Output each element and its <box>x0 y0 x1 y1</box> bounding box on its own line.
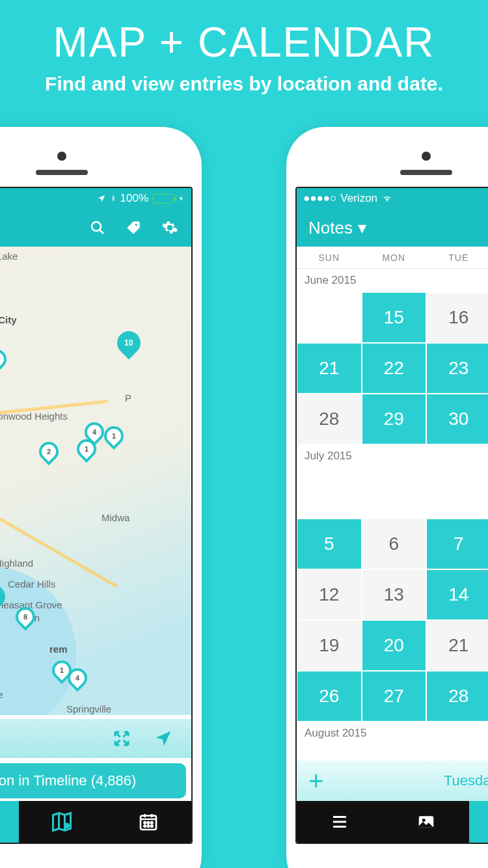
svg-point-6 <box>151 822 153 824</box>
month-label: August 2015 <box>297 722 488 745</box>
svg-point-8 <box>147 825 149 827</box>
map-pin[interactable]: 4 <box>0 346 10 373</box>
weekday-label: SUN <box>297 252 362 263</box>
calendar-day[interactable]: 14 <box>426 569 488 620</box>
tab-add[interactable] <box>0 801 19 843</box>
carrier-label: Verizon <box>340 192 377 205</box>
calendar-day[interactable]: 21 <box>297 343 362 394</box>
gear-icon[interactable] <box>161 219 178 236</box>
weekday-label: MON <box>362 252 427 263</box>
map-controls-bar <box>0 719 191 758</box>
map-place-label: North Salt Lake <box>0 251 18 262</box>
calendar-day[interactable]: 21 <box>426 620 488 671</box>
phone-mockup-calendar: ●●●●○ Verizon 12:05 PM Notes ▾ SUNMONTUE… <box>286 127 488 868</box>
status-bar: ●●●●○ Verizon 12:05 PM <box>297 188 488 209</box>
map-place-label: Midwa <box>102 512 129 523</box>
calendar-day <box>362 468 427 519</box>
svg-point-7 <box>144 825 146 827</box>
calendar-footer: + Tuesday, Jan. 2 <box>297 761 488 801</box>
map-place-label: Utah Lake <box>0 689 3 700</box>
calendar-day[interactable]: 7 <box>426 519 488 569</box>
weekday-header: SUNMONTUEWED <box>297 247 488 269</box>
status-bar: 2:48 PM 100% <box>0 188 191 209</box>
tab-list[interactable] <box>297 801 383 843</box>
nav-bar <box>0 209 191 247</box>
calendar-day[interactable]: 12 <box>297 569 362 620</box>
calendar-scroll[interactable]: June 201515161721222324282930July 201515… <box>297 269 488 763</box>
map-place-label: Springville <box>66 703 111 714</box>
chevron-down-icon: ▾ <box>358 218 366 238</box>
weekday-label: TUE <box>426 252 488 263</box>
calendar-day[interactable]: 28 <box>297 394 362 444</box>
timeline-button-label: gion in Timeline (4,886) <box>0 772 136 789</box>
battery-icon <box>152 194 174 204</box>
tab-bar <box>297 801 488 843</box>
bluetooth-icon <box>110 193 116 204</box>
journal-name: Notes <box>308 218 353 238</box>
map-place-label: Cedar Hills <box>8 578 55 590</box>
svg-point-1 <box>135 224 137 226</box>
map-place-label: ttonwood Heights <box>0 411 68 422</box>
locate-icon[interactable] <box>154 729 173 748</box>
calendar-day[interactable]: 22 <box>362 343 427 394</box>
calendar-day[interactable]: 29 <box>362 394 427 444</box>
calendar-day <box>426 468 488 519</box>
add-entry-button[interactable]: + <box>308 766 323 796</box>
calendar-day[interactable]: 27 <box>362 671 427 722</box>
svg-point-4 <box>144 822 146 824</box>
month-label: July 2015 <box>297 444 488 468</box>
journal-selector[interactable]: Notes ▾ <box>297 209 488 247</box>
map-place-label: Highland <box>0 558 33 569</box>
search-icon[interactable] <box>90 220 105 236</box>
map-place-label: rem <box>49 644 68 655</box>
location-arrow-icon <box>97 194 106 203</box>
svg-point-2 <box>65 824 69 828</box>
calendar-day[interactable]: 15 <box>362 292 427 343</box>
calendar-day[interactable]: 19 <box>297 620 362 671</box>
svg-point-9 <box>151 825 153 827</box>
charging-icon <box>178 193 185 204</box>
map-pin[interactable]: 2 <box>35 438 62 465</box>
tab-calendar[interactable] <box>105 801 191 843</box>
svg-point-5 <box>147 822 149 824</box>
view-region-timeline-button[interactable]: gion in Timeline (4,886) <box>0 763 186 798</box>
calendar-day[interactable]: 26 <box>297 671 362 722</box>
calendar-day[interactable]: 16 <box>426 292 488 343</box>
calendar-day[interactable]: 5 <box>297 519 362 569</box>
battery-percent: 100% <box>120 192 148 205</box>
wifi-icon <box>381 194 393 203</box>
screen-map: 2:48 PM 100% North Salt Lakeake CitySalt… <box>0 187 193 844</box>
tag-icon[interactable] <box>125 219 142 236</box>
signal-dots-icon: ●●●●○ <box>303 192 336 205</box>
screen-calendar: ●●●●○ Verizon 12:05 PM Notes ▾ SUNMONTUE… <box>295 187 488 844</box>
calendar-day[interactable]: 20 <box>362 620 427 671</box>
calendar-day <box>297 292 362 343</box>
tab-add[interactable] <box>469 801 488 843</box>
map-view[interactable]: North Salt Lakeake CitySaltvillettonwood… <box>0 247 191 715</box>
phone-mockup-map: 2:48 PM 100% North Salt Lakeake CitySalt… <box>0 127 202 868</box>
tab-photos[interactable] <box>383 801 470 843</box>
selected-date-label[interactable]: Tuesday, Jan. 2 <box>444 772 488 789</box>
calendar-day[interactable]: 28 <box>426 671 488 722</box>
promo-subtitle: Find and view entries by location and da… <box>0 73 488 95</box>
svg-point-0 <box>92 222 101 231</box>
expand-icon[interactable] <box>112 729 131 748</box>
calendar-day[interactable]: 6 <box>362 519 427 569</box>
map-pin[interactable]: 10 <box>113 327 146 360</box>
month-label: June 2015 <box>297 269 488 292</box>
calendar-day[interactable]: 30 <box>426 394 488 444</box>
map-place-label: P <box>125 392 131 403</box>
tab-map[interactable] <box>19 801 105 843</box>
map-place-label: ake City <box>0 314 17 325</box>
calendar-day[interactable]: 13 <box>362 569 427 620</box>
calendar-day[interactable]: 23 <box>426 343 488 394</box>
calendar-day <box>297 468 362 519</box>
tab-bar <box>0 801 191 843</box>
promo-title: MAP + CALENDAR <box>0 0 488 66</box>
map-pin[interactable]: 1 <box>100 422 128 450</box>
svg-point-11 <box>422 819 426 822</box>
